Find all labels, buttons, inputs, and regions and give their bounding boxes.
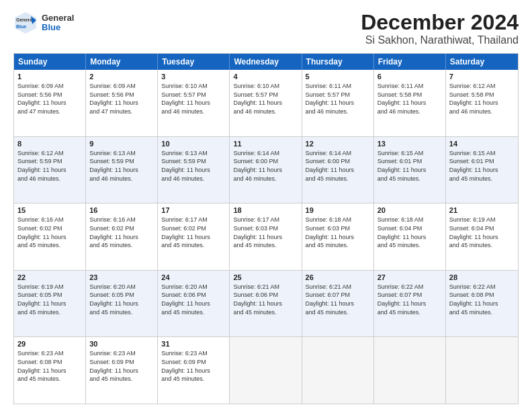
day-info: Sunrise: 6:13 AMSunset: 5:59 PMDaylight:…	[161, 149, 226, 183]
calendar-body: 1Sunrise: 6:09 AMSunset: 5:56 PMDaylight…	[14, 70, 518, 404]
day-number: 12	[306, 140, 370, 148]
cal-week-5: 29Sunrise: 6:23 AMSunset: 6:08 PMDayligh…	[14, 337, 518, 404]
day-number: 11	[233, 140, 298, 148]
cal-cell-30: 30Sunrise: 6:23 AMSunset: 6:09 PMDayligh…	[86, 337, 158, 404]
cal-week-4: 22Sunrise: 6:19 AMSunset: 6:05 PMDayligh…	[14, 271, 518, 338]
cal-cell-22: 22Sunrise: 6:19 AMSunset: 6:05 PMDayligh…	[14, 271, 86, 337]
day-number: 26	[306, 273, 370, 281]
svg-text:General: General	[16, 17, 34, 22]
day-number: 23	[89, 273, 154, 281]
day-number: 1	[17, 73, 82, 81]
cal-cell-3: 3Sunrise: 6:10 AMSunset: 5:57 PMDaylight…	[158, 70, 230, 136]
cal-cell-10: 10Sunrise: 6:13 AMSunset: 5:59 PMDayligh…	[158, 137, 230, 203]
cal-cell-6: 6Sunrise: 6:11 AMSunset: 5:58 PMDaylight…	[374, 70, 446, 136]
day-number: 25	[233, 273, 298, 281]
page-subtitle: Si Sakhon, Narathiwat, Thailand	[361, 34, 519, 46]
cal-cell-16: 16Sunrise: 6:16 AMSunset: 6:02 PMDayligh…	[86, 203, 158, 270]
day-number: 8	[17, 140, 82, 148]
day-info: Sunrise: 6:18 AMSunset: 6:04 PMDaylight:…	[378, 216, 442, 249]
cal-cell-15: 15Sunrise: 6:16 AMSunset: 6:02 PMDayligh…	[14, 203, 86, 270]
logo-blue: Blue	[42, 23, 74, 32]
cal-cell-empty	[230, 337, 302, 404]
day-number: 19	[306, 206, 370, 214]
day-info: Sunrise: 6:11 AMSunset: 5:57 PMDaylight:…	[306, 82, 370, 116]
day-number: 21	[449, 206, 515, 214]
svg-text:Blue: Blue	[16, 24, 26, 29]
day-info: Sunrise: 6:16 AMSunset: 6:02 PMDaylight:…	[17, 216, 82, 249]
cal-cell-empty	[374, 337, 446, 404]
cal-cell-14: 14Sunrise: 6:15 AMSunset: 6:01 PMDayligh…	[446, 137, 518, 203]
day-number: 27	[378, 273, 442, 281]
cal-cell-empty	[446, 337, 518, 404]
page: General Blue General Blue December 2024 …	[0, 0, 532, 411]
day-number: 30	[89, 340, 154, 348]
logo-general: General	[42, 13, 74, 23]
day-info: Sunrise: 6:22 AMSunset: 6:08 PMDaylight:…	[449, 283, 515, 316]
day-info: Sunrise: 6:19 AMSunset: 6:05 PMDaylight:…	[17, 283, 82, 316]
title-block: December 2024 Si Sakhon, Narathiwat, Tha…	[361, 11, 519, 46]
day-info: Sunrise: 6:09 AMSunset: 5:56 PMDaylight:…	[89, 82, 154, 116]
cal-cell-7: 7Sunrise: 6:12 AMSunset: 5:58 PMDaylight…	[446, 70, 518, 136]
cal-week-3: 15Sunrise: 6:16 AMSunset: 6:02 PMDayligh…	[14, 203, 518, 271]
day-info: Sunrise: 6:20 AMSunset: 6:05 PMDaylight:…	[89, 283, 154, 316]
logo: General Blue General Blue	[13, 11, 74, 35]
day-number: 16	[89, 206, 154, 214]
cal-cell-24: 24Sunrise: 6:20 AMSunset: 6:06 PMDayligh…	[158, 271, 230, 337]
day-number: 5	[306, 73, 370, 81]
cal-cell-5: 5Sunrise: 6:11 AMSunset: 5:57 PMDaylight…	[302, 70, 374, 136]
day-number: 29	[17, 340, 82, 348]
cal-cell-20: 20Sunrise: 6:18 AMSunset: 6:04 PMDayligh…	[374, 203, 446, 270]
cal-cell-28: 28Sunrise: 6:22 AMSunset: 6:08 PMDayligh…	[446, 271, 518, 337]
cal-cell-4: 4Sunrise: 6:10 AMSunset: 5:57 PMDaylight…	[230, 70, 302, 136]
day-number: 6	[378, 73, 442, 81]
cal-cell-26: 26Sunrise: 6:21 AMSunset: 6:07 PMDayligh…	[302, 271, 374, 337]
day-number: 9	[89, 140, 154, 148]
calendar-header: SundayMondayTuesdayWednesdayThursdayFrid…	[14, 54, 518, 70]
day-number: 18	[233, 206, 298, 214]
logo-text: General Blue	[42, 13, 74, 33]
cal-cell-19: 19Sunrise: 6:18 AMSunset: 6:03 PMDayligh…	[302, 203, 374, 270]
cal-cell-1: 1Sunrise: 6:09 AMSunset: 5:56 PMDaylight…	[14, 70, 86, 136]
cal-header-tuesday: Tuesday	[158, 54, 230, 70]
cal-week-1: 1Sunrise: 6:09 AMSunset: 5:56 PMDaylight…	[14, 70, 518, 137]
cal-header-saturday: Saturday	[446, 54, 518, 70]
cal-header-thursday: Thursday	[302, 54, 374, 70]
day-info: Sunrise: 6:15 AMSunset: 6:01 PMDaylight:…	[449, 149, 515, 183]
day-number: 13	[378, 140, 442, 148]
day-info: Sunrise: 6:15 AMSunset: 6:01 PMDaylight:…	[378, 149, 442, 183]
cal-cell-27: 27Sunrise: 6:22 AMSunset: 6:07 PMDayligh…	[374, 271, 446, 337]
cal-cell-21: 21Sunrise: 6:19 AMSunset: 6:04 PMDayligh…	[446, 203, 518, 270]
cal-cell-25: 25Sunrise: 6:21 AMSunset: 6:06 PMDayligh…	[230, 271, 302, 337]
day-number: 3	[161, 73, 226, 81]
day-info: Sunrise: 6:11 AMSunset: 5:58 PMDaylight:…	[378, 82, 442, 116]
cal-cell-23: 23Sunrise: 6:20 AMSunset: 6:05 PMDayligh…	[86, 271, 158, 337]
cal-cell-9: 9Sunrise: 6:13 AMSunset: 5:59 PMDaylight…	[86, 137, 158, 203]
day-info: Sunrise: 6:18 AMSunset: 6:03 PMDaylight:…	[306, 216, 370, 249]
cal-cell-29: 29Sunrise: 6:23 AMSunset: 6:08 PMDayligh…	[14, 337, 86, 404]
cal-week-2: 8Sunrise: 6:12 AMSunset: 5:59 PMDaylight…	[14, 137, 518, 204]
day-info: Sunrise: 6:14 AMSunset: 6:00 PMDaylight:…	[306, 149, 370, 183]
day-number: 10	[161, 140, 226, 148]
header: General Blue General Blue December 2024 …	[13, 11, 519, 46]
day-number: 20	[378, 206, 442, 214]
day-number: 31	[161, 340, 226, 348]
day-info: Sunrise: 6:17 AMSunset: 6:02 PMDaylight:…	[161, 216, 226, 249]
day-info: Sunrise: 6:23 AMSunset: 6:09 PMDaylight:…	[161, 349, 226, 383]
day-number: 7	[449, 73, 515, 81]
cal-cell-11: 11Sunrise: 6:14 AMSunset: 6:00 PMDayligh…	[230, 137, 302, 203]
page-title: December 2024	[361, 11, 519, 34]
day-info: Sunrise: 6:09 AMSunset: 5:56 PMDaylight:…	[17, 82, 82, 116]
day-info: Sunrise: 6:12 AMSunset: 5:58 PMDaylight:…	[449, 82, 515, 116]
cal-header-wednesday: Wednesday	[230, 54, 302, 70]
day-info: Sunrise: 6:23 AMSunset: 6:09 PMDaylight:…	[89, 349, 154, 383]
cal-cell-31: 31Sunrise: 6:23 AMSunset: 6:09 PMDayligh…	[158, 337, 230, 404]
cal-header-friday: Friday	[374, 54, 446, 70]
day-info: Sunrise: 6:20 AMSunset: 6:06 PMDaylight:…	[161, 283, 226, 316]
cal-header-sunday: Sunday	[14, 54, 86, 70]
calendar: SundayMondayTuesdayWednesdayThursdayFrid…	[13, 53, 519, 404]
day-info: Sunrise: 6:10 AMSunset: 5:57 PMDaylight:…	[161, 82, 226, 116]
day-info: Sunrise: 6:21 AMSunset: 6:07 PMDaylight:…	[306, 283, 370, 316]
cal-header-monday: Monday	[86, 54, 158, 70]
day-info: Sunrise: 6:21 AMSunset: 6:06 PMDaylight:…	[233, 283, 298, 316]
day-info: Sunrise: 6:14 AMSunset: 6:00 PMDaylight:…	[233, 149, 298, 183]
